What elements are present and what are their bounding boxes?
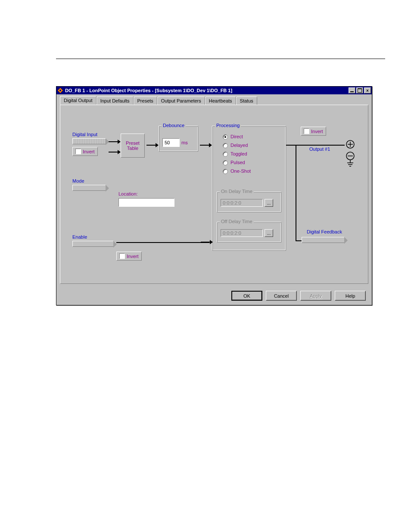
output-ground-icon [346,152,355,167]
cancel-button[interactable]: Cancel [266,291,297,301]
debounce-group: Debounce ms [159,126,198,152]
tab-input-defaults[interactable]: Input Defaults [97,96,134,105]
radio-delayed[interactable]: Delayed [223,143,251,148]
ok-button[interactable]: OK [231,291,262,301]
debounce-unit-label: ms [181,140,188,145]
preset-table-label1: Preset [126,140,140,146]
digital-input-invert-checkbox[interactable] [75,149,81,154]
enable-invert-box: Invert [116,252,142,261]
preset-table-box[interactable]: Preset Table [121,134,145,158]
page-divider [56,59,385,59]
svg-point-1 [59,90,61,91]
debounce-legend: Debounce [162,123,186,128]
on-delay-group: On Delay Time 0:0:0:2:0 ... [217,192,281,212]
help-button[interactable]: Help [335,291,366,301]
on-delay-browse-button[interactable]: ... [265,199,273,207]
preset-table-label2: Table [127,146,138,151]
radio-toggled[interactable]: Toggled [223,151,251,157]
digital-input-label: Digital Input [72,132,111,137]
off-delay-legend: Off Delay Time [220,219,254,224]
on-delay-value: 0:0:0:2:0 [221,199,263,207]
mode-signal [72,185,106,191]
output-invert-checkbox[interactable] [304,128,309,134]
tab-heartbeats[interactable]: Heartbeats [205,96,236,105]
output-label: Output #1 [309,146,330,152]
output-line [286,145,345,146]
title-bar[interactable]: DO_FB 1 - LonPoint Object Properties - [… [56,87,372,94]
dialog-button-row: OK Cancel Apply Help [56,287,372,305]
enable-signal [72,241,114,247]
processing-legend: Processing [215,123,241,128]
app-icon [57,87,63,93]
feedback-vline [296,145,296,240]
close-button[interactable]: × [364,87,371,93]
tab-status[interactable]: Status [236,96,257,105]
debounce-value-input[interactable] [162,138,180,147]
maximize-button[interactable] [356,87,363,93]
window-title: DO_FB 1 - LonPoint Object Properties - [… [65,88,348,93]
enable-line [116,242,209,243]
location-label: Location: [118,191,174,196]
mode-label: Mode [72,178,111,184]
digital-input-invert-label: Invert [83,149,95,154]
radio-pulsed[interactable]: Pulsed [223,160,251,165]
arrow-preset-to-debounce [146,145,156,146]
output-invert-label: Invert [311,129,323,134]
radio-one-shot[interactable]: One-Shot [223,168,251,174]
minimize-button[interactable] [349,87,355,93]
digital-input-invert-box: Invert [72,147,98,156]
output-plus-icon [346,140,355,149]
enable-label: Enable [72,234,120,240]
radio-direct[interactable]: Direct [223,134,251,140]
digital-feedback-signal [302,237,345,243]
off-delay-group: Off Delay Time 0:0:0:2:0 ... [217,222,281,243]
digital-feedback-label: Digital Feedback [307,229,342,234]
apply-button: Apply [300,291,331,301]
off-delay-value: 0:0:0:2:0 [221,229,263,237]
on-delay-legend: On Delay Time [220,189,254,194]
dialog-window: DO_FB 1 - LonPoint Object Properties - [… [56,86,372,305]
tab-presets[interactable]: Presets [134,96,157,105]
arrow-invert-to-preset [109,152,118,152]
arrow-enable-to-processing [201,242,210,243]
digital-input-signal [72,138,106,144]
off-delay-browse-button[interactable]: ... [265,229,273,237]
enable-invert-label: Invert [127,254,139,259]
tab-digital-output[interactable]: Digital Output [60,96,97,105]
arrow-debounce-to-processing [200,145,209,146]
arrow-digital-to-preset [109,141,118,142]
location-input[interactable] [118,198,174,207]
tab-panel-digital-output: Digital Input Invert Mode Enable Inv [60,105,368,284]
enable-invert-checkbox[interactable] [119,253,125,259]
tab-strip: Digital Output Input Defaults Presets Ou… [56,94,372,105]
output-invert-box: Invert [301,127,326,136]
tab-output-parameters[interactable]: Output Parameters [157,96,205,105]
processing-group: Processing Direct Delayed Toggled Pulsed… [212,126,286,251]
